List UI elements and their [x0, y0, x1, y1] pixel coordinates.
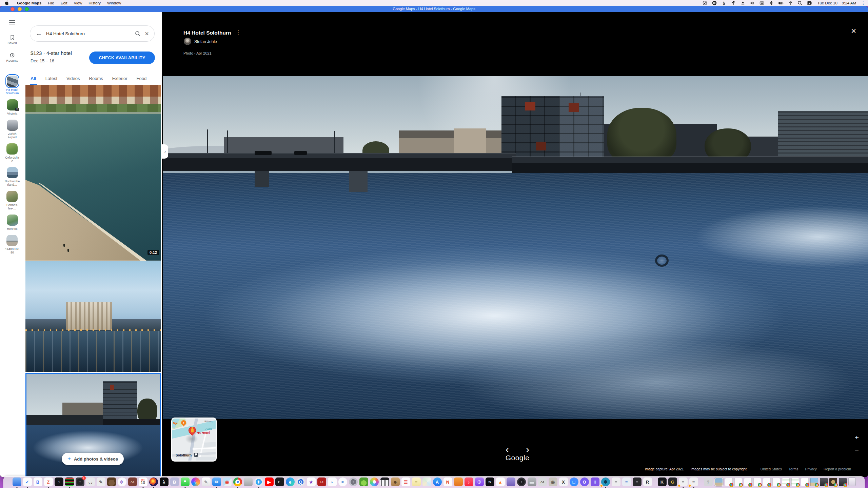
dock-textedit-icon[interactable]: ✎ — [202, 477, 211, 486]
menu-file[interactable]: File — [48, 1, 54, 5]
menu-edit[interactable]: Edit — [61, 1, 67, 5]
zoom-out-button[interactable]: − — [855, 447, 859, 455]
dock-music-icon[interactable]: ♪ — [465, 477, 473, 486]
dock-pen-tool-icon[interactable]: ✎ — [97, 477, 105, 486]
menu-app-name[interactable]: Google Maps — [17, 1, 41, 5]
dock-waveform-icon[interactable]: ||| — [591, 477, 599, 486]
place-thumbnail[interactable]: 2 — [7, 99, 18, 110]
dock-firefox-icon[interactable] — [149, 477, 158, 486]
dock-g-shield-icon[interactable]: G — [668, 477, 677, 486]
dock-media-app-icon[interactable] — [507, 477, 515, 486]
dock-piano-icon[interactable] — [380, 477, 389, 486]
close-icon[interactable]: × — [851, 26, 856, 35]
dock-news-icon[interactable]: N — [443, 477, 452, 486]
photo-author[interactable]: Stefan Jehle — [194, 39, 217, 44]
add-photos-button[interactable]: + Add photos & videos — [62, 453, 124, 465]
sidebar-item-bormes[interactable]: Bormes-les-… — [6, 191, 18, 210]
dock-bbedit-icon[interactable]: B — [170, 477, 179, 486]
search-icon[interactable] — [135, 31, 141, 37]
dock-chrome-window-1-icon[interactable] — [725, 478, 733, 486]
dock-key-utility-icon[interactable]: K — [658, 477, 667, 486]
dock-chrome-window-6-icon[interactable] — [772, 478, 780, 486]
dock-contacts-icon[interactable]: ☻ — [391, 477, 400, 486]
menu-overflow-icon[interactable]: ⋮ — [861, 1, 865, 5]
tab-latest[interactable]: Latest — [45, 72, 57, 85]
activity-icon[interactable] — [712, 1, 717, 5]
dock-reminders-icon[interactable]: ☰ — [401, 477, 410, 486]
dock-print-queue-2-icon[interactable]: ≡ — [689, 477, 698, 486]
dollar-icon[interactable]: $ — [722, 1, 727, 5]
dock-gimp-icon[interactable]: ◉ — [549, 477, 557, 486]
dock-apple-tv-icon[interactable]: tv — [486, 477, 494, 486]
video-thumbnail[interactable]: 0:12 — [25, 85, 161, 261]
dock-trash-icon[interactable] — [848, 477, 856, 486]
dock-tasks-icon[interactable]: ✓ — [23, 477, 32, 486]
dock-books-icon[interactable] — [454, 477, 463, 486]
dock-star-app-icon[interactable]: ★ — [307, 477, 316, 486]
dock-chrome-window-5-icon[interactable] — [763, 478, 771, 486]
more-options-icon[interactable]: ⋮ — [235, 29, 241, 36]
dock-calendar-icon[interactable]: DEC10 — [139, 477, 147, 486]
dock-quicktime-icon[interactable]: Q — [296, 477, 305, 486]
tab-exterior[interactable]: Exterior — [112, 72, 127, 85]
dock-chrome-window-10-icon[interactable] — [810, 478, 818, 486]
menu-hamburger-icon[interactable] — [9, 20, 15, 24]
dock-transit-icon[interactable] — [422, 477, 431, 486]
bluetooth-icon[interactable] — [769, 1, 774, 5]
dock-print-queue-1-icon[interactable]: ≡ — [679, 477, 688, 486]
apple-menu-icon[interactable] — [5, 0, 9, 5]
dock-equalizer-icon[interactable] — [65, 477, 74, 486]
menu-view[interactable]: View — [74, 1, 82, 5]
main-photo[interactable] — [163, 76, 868, 419]
spotlight-icon[interactable] — [797, 1, 803, 5]
search-box[interactable]: ← H4 Hotel Solothurn × — [30, 25, 155, 42]
dock-opal-icon[interactable]: O — [580, 477, 589, 486]
dock-app-store-icon[interactable]: A — [433, 477, 442, 486]
place-thumbnail[interactable] — [7, 215, 18, 226]
dock-printer-black-icon[interactable]: ≡ — [633, 477, 642, 486]
dock-chrome-icon[interactable] — [233, 477, 242, 486]
dock-chrome-window-2-icon[interactable] — [734, 478, 742, 486]
dock-gauge-icon[interactable]: ◔ — [55, 477, 63, 486]
footer-link-privacy[interactable]: Privacy — [805, 467, 816, 471]
dock-finder-icon[interactable] — [13, 477, 21, 486]
battery-icon[interactable] — [778, 1, 784, 5]
tab-food[interactable]: Food — [137, 72, 147, 85]
input-source-icon[interactable] — [760, 1, 765, 5]
dock-openoffice-icon[interactable]: ≈ — [338, 477, 347, 486]
sidebar-item-recents[interactable]: Recents — [6, 52, 18, 62]
dock-dictionary-icon[interactable]: Aa — [128, 477, 137, 486]
tab-all[interactable]: All — [31, 72, 36, 85]
sidebar-item-rennes[interactable]: Rennes — [7, 215, 18, 230]
sidebar-item-northumberland[interactable]: Northumberland… — [5, 167, 20, 186]
clear-search-icon[interactable]: × — [145, 30, 149, 37]
dock-vinyl-icon[interactable]: 1 — [76, 477, 84, 486]
dock-minimized-image-2-icon[interactable] — [829, 478, 837, 486]
sidebar-item-zurich[interactable]: ZurichAirport — [7, 120, 18, 139]
dock-filezilla-icon[interactable]: FZ — [317, 477, 326, 486]
dock-bluetooth-app-icon[interactable]: B — [34, 477, 42, 486]
place-thumbnail[interactable] — [7, 167, 18, 178]
place-thumbnail[interactable] — [6, 191, 18, 202]
dock-printer-fax-icon[interactable]: ≡ — [622, 477, 631, 486]
dock-stickies-icon[interactable]: ≡ — [412, 477, 421, 486]
volume-icon[interactable] — [750, 1, 755, 5]
dock-disc-burn-icon[interactable] — [349, 477, 358, 486]
menu-history[interactable]: History — [88, 1, 101, 5]
tab-videos[interactable]: Videos — [66, 72, 80, 85]
dock-chrome-window-8-icon[interactable] — [791, 478, 799, 486]
usb-icon[interactable] — [731, 1, 736, 5]
photo-thumbnail-dusk[interactable] — [25, 261, 161, 372]
minimap[interactable]: Barnge Y Ritterq Aare H4 Hotel Solothurn — [171, 418, 217, 462]
dock-chrome-window-3-icon[interactable] — [744, 478, 752, 486]
check-circle-icon[interactable] — [703, 1, 708, 5]
dock-gray-tool-icon[interactable] — [244, 477, 253, 486]
menu-time[interactable]: 9:24 AM — [842, 1, 856, 5]
dock-fitness-icon[interactable]: λ — [160, 477, 169, 486]
wireless-icon[interactable] — [788, 1, 793, 5]
dock-printer-icon[interactable]: ≡ — [612, 477, 620, 486]
dock-minimized-image-1-icon[interactable] — [820, 478, 828, 486]
collapse-panel-handle[interactable]: ‹ — [162, 144, 168, 159]
footer-link-united-states[interactable]: United States — [761, 467, 782, 471]
dock-chrome-window-4-icon[interactable] — [753, 478, 761, 486]
